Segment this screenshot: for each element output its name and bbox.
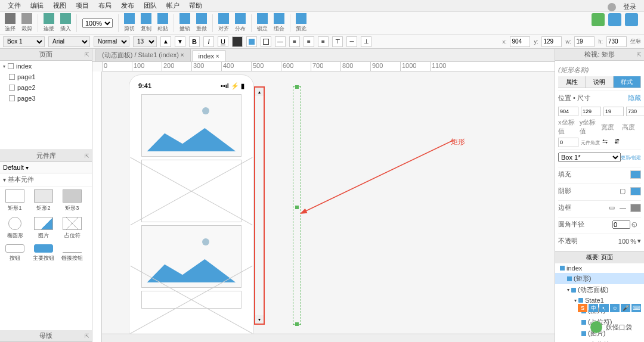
cloud-publish-icon[interactable] [608, 13, 621, 26]
vertical-ruler[interactable] [92, 71, 102, 342]
tool-preview[interactable]: 预览 [294, 13, 308, 33]
menu-team[interactable]: 团队 [139, 0, 162, 11]
coord-h[interactable] [606, 36, 627, 47]
align-right-button[interactable]: ≡ [318, 36, 329, 47]
shape-link-button[interactable]: 链接按钮 [60, 244, 84, 262]
masters-panel-header[interactable]: 母版⇱ [0, 330, 92, 342]
preview-play-icon[interactable] [592, 13, 605, 26]
menu-help[interactable]: 帮助 [184, 0, 207, 11]
libs-panel-header[interactable]: 元件库⇱ [0, 150, 92, 162]
outer-shadow-icon[interactable]: ▢ [620, 187, 629, 195]
shape-rect1[interactable]: 矩形1 [3, 189, 27, 212]
shape-button[interactable]: 按钮 [3, 244, 27, 262]
ime-icon[interactable]: S [578, 304, 587, 312]
line-style-button[interactable]: — [275, 36, 286, 47]
keyboard-icon[interactable]: ⌨ [631, 304, 641, 312]
fill-color-swatch[interactable] [630, 170, 641, 179]
resize-handle-icon[interactable] [295, 206, 299, 209]
valign-bot-button[interactable]: ⊥ [361, 36, 371, 47]
coord-w[interactable] [574, 36, 595, 47]
radius-corner-icon[interactable]: ◵ [631, 220, 641, 229]
page-root[interactable]: ▾index [0, 61, 92, 71]
tool-undo[interactable]: 撤销 [178, 13, 192, 33]
placeholder-card[interactable] [141, 291, 242, 309]
underline-button[interactable]: U [218, 36, 228, 47]
tool-select[interactable]: 选择 [3, 13, 17, 33]
menu-publish[interactable]: 发布 [116, 0, 139, 11]
menu-file[interactable]: 文件 [3, 0, 26, 11]
horizontal-ruler[interactable]: 010020030040050060070080090010001100 [102, 62, 555, 71]
punct-icon[interactable]: •, [599, 304, 609, 312]
horizontal-scrollbar[interactable] [102, 334, 555, 342]
coord-y[interactable] [541, 36, 562, 47]
fill-color-button[interactable] [246, 36, 257, 47]
mic-icon[interactable]: 🎤 [621, 304, 630, 312]
outline-item[interactable]: (矩形) [555, 273, 644, 284]
page-item[interactable]: page1 [0, 71, 92, 82]
style-select[interactable]: Box 1 [3, 36, 45, 47]
tool-distribute[interactable]: 分布 [233, 13, 247, 33]
tool-redo[interactable]: 重做 [194, 13, 209, 33]
inspector-tab-notes[interactable]: 说明 [586, 76, 613, 88]
font-select[interactable]: Arial [48, 36, 90, 47]
tool-cut[interactable]: 剪切 [122, 13, 137, 33]
chevron-down-icon[interactable]: ▾ [637, 237, 641, 245]
menu-layout[interactable]: 布局 [94, 0, 116, 11]
align-center-button[interactable]: ≡ [304, 36, 314, 47]
prop-h[interactable] [626, 107, 644, 116]
design-canvas[interactable]: 9:41 ••ıl ⚡ ▮ ▴ ▾ [102, 71, 555, 342]
border-color-button[interactable] [261, 36, 271, 47]
weight-select[interactable]: Normal [94, 36, 129, 47]
lang-icon[interactable]: 中 [589, 304, 598, 312]
shadow-color-swatch[interactable] [630, 187, 641, 195]
shape-rect3[interactable]: 矩形3 [60, 189, 84, 212]
flip-v-icon[interactable]: ⇵ [614, 138, 624, 147]
italic-button[interactable]: I [203, 36, 214, 47]
flip-h-icon[interactable]: ⇋ [602, 138, 612, 147]
expand-icon[interactable]: ⇱ [85, 153, 89, 159]
shape-rect2[interactable]: 矩形2 [32, 189, 55, 212]
placeholder-card[interactable] [141, 160, 242, 222]
valign-top-button[interactable]: ⊤ [332, 36, 343, 47]
bold-button[interactable]: B [189, 36, 200, 47]
border-width-icon[interactable]: ▭ [609, 204, 618, 212]
library-section[interactable]: ▾ 基本元件 [0, 173, 92, 186]
fontsize-up[interactable]: ▲ [160, 36, 171, 47]
radius-input[interactable] [612, 220, 630, 229]
resize-handle-icon[interactable] [295, 85, 299, 89]
tool-group[interactable]: 组合 [272, 13, 286, 33]
tool-copy[interactable]: 复制 [139, 13, 153, 33]
coord-x[interactable] [510, 36, 530, 47]
resize-handle-icon[interactable] [295, 322, 299, 326]
prop-y[interactable] [581, 107, 601, 116]
outline-item[interactable]: index [555, 263, 644, 273]
annotated-rectangle[interactable]: ▴ ▾ [254, 86, 265, 325]
image-card[interactable] [141, 225, 242, 288]
zoom-select[interactable]: 100% [82, 18, 113, 28]
tool-paste[interactable]: 粘贴 [156, 13, 170, 33]
shape-primary-button[interactable]: 主要按钮 [32, 244, 55, 262]
fontsize-down[interactable]: ▼ [175, 36, 185, 47]
style-preset[interactable]: Box 1* [558, 153, 621, 162]
phone-frame[interactable]: 9:41 ••ıl ⚡ ▮ [129, 74, 254, 342]
menu-project[interactable]: 项目 [71, 0, 94, 11]
tool-lock[interactable]: 锁定 [255, 13, 270, 33]
tool-insert[interactable]: 插入 [58, 13, 73, 33]
expand-icon[interactable]: ⇱ [85, 52, 89, 58]
expand-icon[interactable]: ⇱ [637, 52, 642, 58]
tool-align[interactable]: 对齐 [216, 13, 231, 33]
shape-name[interactable]: (矩形名称) [558, 64, 641, 76]
shape-ellipse[interactable]: 椭圆形 [3, 217, 27, 240]
outline-item[interactable]: (占位符) [555, 339, 644, 342]
border-style-icon[interactable]: — [620, 204, 629, 212]
menu-view[interactable]: 视图 [48, 0, 71, 11]
pages-panel-header[interactable]: 页面⇱ [0, 49, 92, 61]
align-left-button[interactable]: ≡ [289, 36, 300, 47]
selected-shape[interactable] [293, 86, 301, 325]
page-item[interactable]: page3 [0, 93, 92, 104]
tool-connect[interactable]: 连接 [42, 13, 56, 33]
emoji-icon[interactable]: ☺ [610, 304, 620, 312]
expand-icon[interactable]: ⇱ [85, 333, 89, 339]
fontsize-select[interactable]: 13 [133, 36, 157, 47]
share-icon[interactable] [625, 13, 638, 26]
